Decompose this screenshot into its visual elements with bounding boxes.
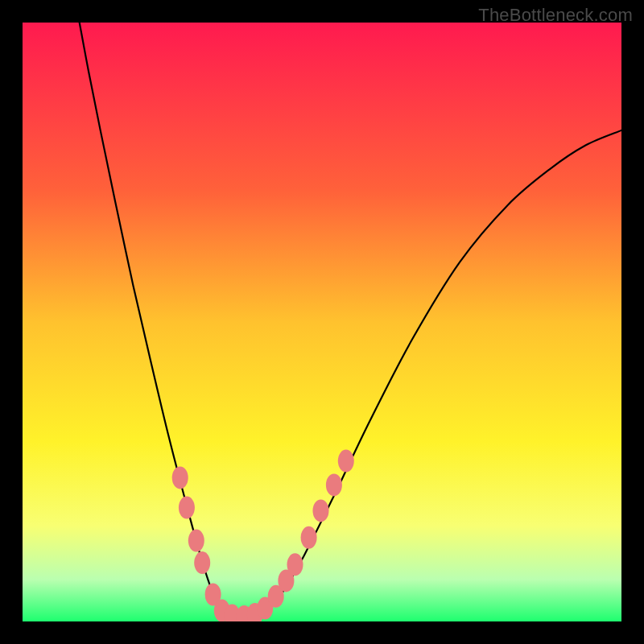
- chart-marker: [287, 553, 303, 576]
- chart-marker: [179, 497, 195, 519]
- chart-frame: TheBottleneck.com: [0, 0, 644, 644]
- chart-marker: [338, 450, 354, 473]
- chart-plot-area: [23, 23, 621, 621]
- chart-svg: [23, 23, 621, 621]
- chart-marker: [194, 551, 210, 574]
- chart-marker: [301, 526, 317, 549]
- chart-marker: [172, 466, 188, 489]
- chart-background: [23, 23, 621, 621]
- chart-marker: [188, 530, 204, 552]
- chart-marker: [313, 499, 329, 522]
- chart-marker: [326, 473, 342, 496]
